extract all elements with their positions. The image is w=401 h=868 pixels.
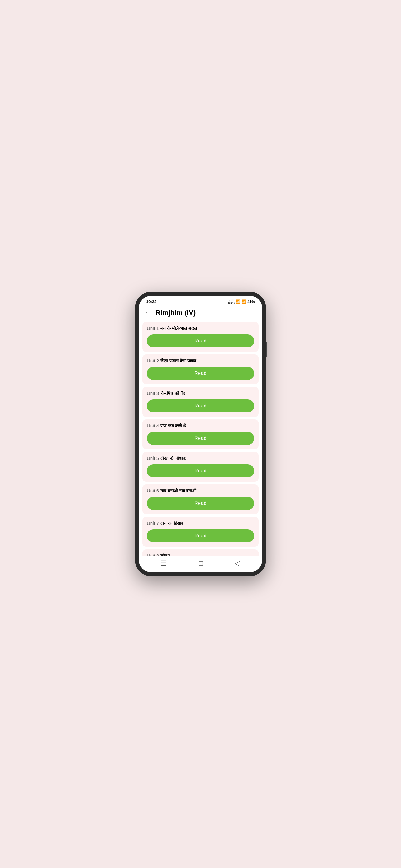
unit-label-1: Unit 1 मन के भोले-भाले बादल bbox=[147, 326, 254, 331]
unit-label-6: Unit 6 नाव बनाओ नाव बनाओ bbox=[147, 488, 254, 494]
status-icons: 2.00KB/S 📶 📶 41% bbox=[228, 299, 255, 305]
unit-title-1: मन के भोले-भाले बादल bbox=[160, 326, 197, 331]
unit-number-2: Unit 2 bbox=[147, 358, 160, 363]
read-button-1[interactable]: Read bbox=[147, 334, 254, 347]
units-list: Unit 1 मन के भोले-भाले बादलReadUnit 2 जै… bbox=[139, 320, 262, 556]
menu-nav-icon[interactable]: ☰ bbox=[161, 559, 167, 567]
unit-card-3: Unit 3 किरमिच की गेंदRead bbox=[142, 387, 259, 417]
phone-frame: 10:23 2.00KB/S 📶 📶 41% ← Rimjhim (IV) Un… bbox=[135, 292, 266, 576]
unit-label-2: Unit 2 जैसा सवाल वैसा जवाब bbox=[147, 358, 254, 364]
home-nav-icon[interactable]: □ bbox=[199, 559, 203, 567]
wifi-icon: 📶 bbox=[235, 299, 240, 304]
unit-number-5: Unit 5 bbox=[147, 456, 160, 461]
app-header: ← Rimjhim (IV) bbox=[139, 306, 262, 320]
unit-title-7: दान का हिसाब bbox=[160, 521, 183, 526]
unit-card-2: Unit 2 जैसा सवाल वैसा जवाबRead bbox=[142, 354, 259, 384]
read-button-7[interactable]: Read bbox=[147, 529, 254, 542]
status-bar: 10:23 2.00KB/S 📶 📶 41% bbox=[139, 296, 262, 306]
status-time: 10:23 bbox=[146, 299, 157, 304]
unit-title-5: दोस्त की पोशाक bbox=[160, 456, 186, 461]
unit-label-8: Unit 8 कौन? bbox=[147, 553, 254, 556]
phone-screen: 10:23 2.00KB/S 📶 📶 41% ← Rimjhim (IV) Un… bbox=[139, 296, 262, 572]
unit-number-7: Unit 7 bbox=[147, 521, 160, 526]
bottom-navigation: ☰ □ ◁ bbox=[139, 556, 262, 572]
unit-number-3: Unit 3 bbox=[147, 391, 160, 396]
read-button-4[interactable]: Read bbox=[147, 432, 254, 445]
unit-title-6: नाव बनाओ नाव बनाओ bbox=[160, 488, 196, 493]
unit-card-1: Unit 1 मन के भोले-भाले बादलRead bbox=[142, 322, 259, 352]
unit-title-3: किरमिच की गेंद bbox=[160, 391, 185, 396]
unit-card-5: Unit 5 दोस्त की पोशाकRead bbox=[142, 452, 259, 482]
unit-card-4: Unit 4 पापा जब बच्चे थेRead bbox=[142, 419, 259, 449]
app-title: Rimjhim (IV) bbox=[156, 309, 196, 317]
unit-number-6: Unit 6 bbox=[147, 488, 160, 493]
read-button-2[interactable]: Read bbox=[147, 367, 254, 380]
volume-button bbox=[266, 342, 267, 358]
unit-label-7: Unit 7 दान का हिसाब bbox=[147, 521, 254, 526]
unit-card-6: Unit 6 नाव बनाओ नाव बनाओRead bbox=[142, 484, 259, 514]
read-button-5[interactable]: Read bbox=[147, 464, 254, 477]
back-button[interactable]: ← bbox=[145, 309, 152, 317]
unit-label-3: Unit 3 किरमिच की गेंद bbox=[147, 391, 254, 396]
unit-title-2: जैसा सवाल वैसा जवाब bbox=[160, 358, 196, 363]
kbs-indicator: 2.00KB/S bbox=[228, 299, 235, 305]
signal-icon: 📶 bbox=[241, 299, 246, 304]
unit-card-7: Unit 7 दान का हिसाबRead bbox=[142, 517, 259, 547]
unit-number-8: Unit 8 bbox=[147, 553, 160, 556]
unit-label-5: Unit 5 दोस्त की पोशाक bbox=[147, 456, 254, 461]
unit-label-4: Unit 4 पापा जब बच्चे थे bbox=[147, 423, 254, 429]
unit-card-8: Unit 8 कौन?Read bbox=[142, 549, 259, 556]
unit-title-8: कौन? bbox=[160, 553, 170, 556]
battery-indicator: 41% bbox=[247, 300, 255, 304]
unit-number-4: Unit 4 bbox=[147, 423, 160, 428]
read-button-3[interactable]: Read bbox=[147, 399, 254, 412]
unit-number-1: Unit 1 bbox=[147, 326, 160, 331]
back-nav-icon[interactable]: ◁ bbox=[235, 559, 240, 567]
read-button-6[interactable]: Read bbox=[147, 497, 254, 510]
unit-title-4: पापा जब बच्चे थे bbox=[160, 423, 186, 428]
